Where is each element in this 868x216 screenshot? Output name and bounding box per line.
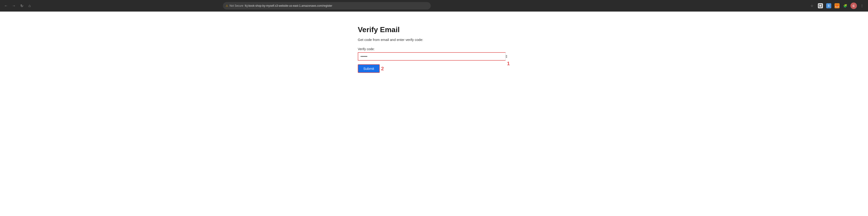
nav-buttons: ← → ↻ ⌂: [3, 3, 33, 9]
verify-code-label: Verify code:: [358, 47, 510, 51]
annotation-2: 2: [381, 66, 384, 72]
refresh-button[interactable]: ↻: [19, 3, 25, 9]
annotation-1: 1: [507, 61, 510, 66]
input-wrapper: ⇕: [358, 52, 510, 61]
page-subtitle: Get code from email and enter verify cod…: [358, 38, 510, 42]
menu-button[interactable]: ⋮: [859, 3, 865, 9]
input-controls-icon: ⇕: [505, 54, 508, 59]
extensions-menu-button[interactable]: 🧩: [842, 3, 848, 9]
back-button[interactable]: ←: [3, 3, 9, 9]
extension-icon-2: B: [826, 3, 831, 8]
forward-button[interactable]: →: [11, 3, 17, 9]
home-button[interactable]: ⌂: [26, 3, 33, 9]
back-icon: ←: [4, 4, 8, 8]
extensions-menu-icon: 🧩: [843, 4, 847, 8]
bookmark-button[interactable]: ☆: [809, 3, 815, 9]
extension-icon-3: 🦊: [835, 3, 840, 8]
forward-icon: →: [12, 4, 16, 8]
page-content: Verify Email Get code from email and ent…: [0, 11, 868, 216]
home-icon: ⌂: [28, 4, 31, 8]
submit-button-wrapper: Submit 2: [358, 64, 380, 73]
submit-button[interactable]: Submit: [358, 64, 380, 73]
not-secure-icon: ⚠: [226, 4, 228, 7]
url-display: fcj-book-shop-by-myself.s3-website-us-ea…: [245, 4, 332, 7]
extension-icon-1: 🔲: [818, 3, 823, 8]
form-container: Verify Email Get code from email and ent…: [353, 25, 515, 73]
extension-button-1[interactable]: 🔲: [817, 3, 824, 9]
address-bar[interactable]: ⚠ Not Secure fcj-book-shop-by-myself.s3-…: [223, 2, 431, 9]
menu-icon: ⋮: [860, 4, 864, 8]
bookmark-icon: ☆: [810, 4, 813, 8]
extension-button-3[interactable]: 🦊: [834, 3, 840, 9]
browser-chrome: ← → ↻ ⌂ ⚠ Not Secure fcj-book-shop-by-my…: [0, 0, 868, 11]
input-row: ⇕ 1: [358, 52, 510, 61]
profile-button[interactable]: C: [850, 3, 857, 9]
verify-code-input[interactable]: [358, 52, 505, 61]
refresh-icon: ↻: [20, 4, 23, 8]
profile-avatar: C: [852, 4, 855, 8]
not-secure-label: Not Secure: [229, 4, 243, 7]
page-title: Verify Email: [358, 25, 510, 34]
extension-button-2[interactable]: B: [826, 3, 832, 9]
browser-actions: ☆ 🔲 B 🦊 🧩 C ⋮: [809, 3, 865, 9]
